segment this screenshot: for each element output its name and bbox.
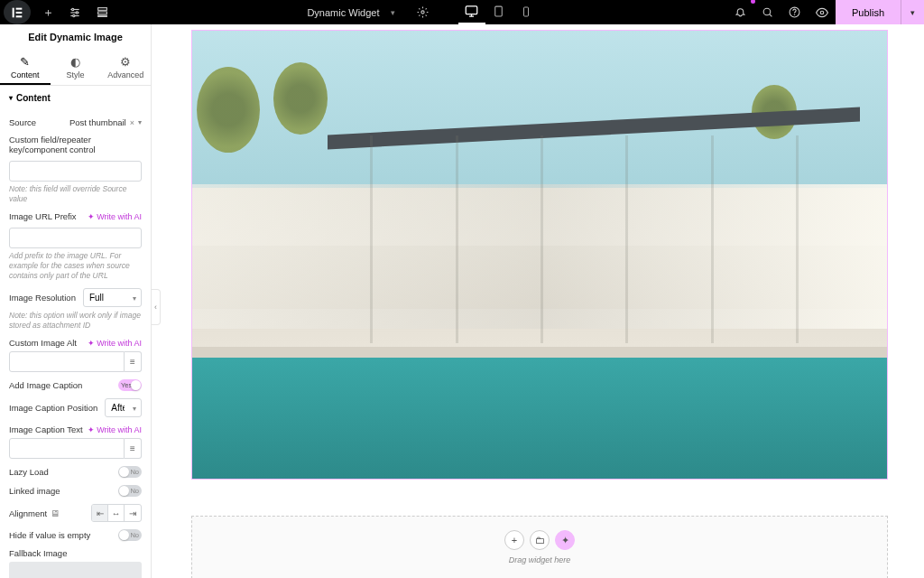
svg-point-22: [795, 14, 796, 15]
url-prefix-input[interactable]: [9, 228, 142, 248]
lazy-load-toggle[interactable]: No: [118, 466, 142, 478]
droplet-icon: ◐: [51, 55, 101, 69]
fallback-image-picker[interactable]: +: [9, 562, 142, 578]
add-caption-toggle[interactable]: Yes: [118, 379, 142, 391]
toggle-knob: [119, 486, 129, 496]
ai-write-link[interactable]: Write with AI: [88, 212, 142, 221]
preview-canvas: + 🗀 ✦ Drag widget here: [152, 24, 924, 578]
decorative-columns: [328, 135, 860, 343]
plus-icon: +: [512, 535, 517, 545]
tab-style[interactable]: ◐ Style: [51, 50, 101, 85]
publish-button[interactable]: Publish: [836, 0, 901, 24]
device-tablet-button[interactable]: [485, 0, 513, 24]
align-left-button[interactable]: ⇤: [92, 505, 108, 521]
add-template-button[interactable]: 🗀: [530, 530, 550, 550]
page-settings-button[interactable]: [410, 0, 437, 24]
preview-button[interactable]: [808, 0, 836, 24]
linked-image-toggle[interactable]: No: [118, 485, 142, 497]
widget-name-caret-icon[interactable]: ▾: [391, 8, 395, 17]
svg-rect-0: [13, 7, 14, 17]
resolution-label: Image Resolution: [9, 293, 76, 303]
help-button[interactable]: [781, 0, 808, 24]
dynamic-tags-button[interactable]: ≡: [125, 351, 142, 372]
site-settings-button[interactable]: [61, 0, 88, 24]
svg-point-7: [72, 8, 74, 10]
custom-field-input[interactable]: [9, 161, 142, 182]
ai-add-button[interactable]: ✦: [555, 530, 575, 550]
svg-rect-18: [523, 7, 528, 16]
ai-write-link[interactable]: Write with AI: [88, 425, 142, 434]
section-content-header[interactable]: ▾ Content: [0, 86, 151, 110]
align-right-button[interactable]: ⇥: [125, 505, 141, 521]
caret-down-icon: ▾: [9, 94, 13, 102]
publish-options-button[interactable]: ▾: [901, 0, 924, 24]
svg-rect-17: [495, 6, 503, 16]
caption-position-label: Image Caption Position: [9, 403, 97, 413]
source-value-select[interactable]: Post thumbnail × ▾: [69, 117, 142, 127]
svg-point-13: [421, 11, 424, 14]
widget-dropzone[interactable]: + 🗀 ✦ Drag widget here: [191, 516, 888, 578]
svg-rect-14: [466, 6, 477, 14]
tab-advanced[interactable]: ⚙ Advanced: [100, 50, 151, 85]
toggle-knob: [119, 530, 129, 540]
top-bar: ＋ Dynamic Widget ▾: [0, 0, 924, 24]
tab-content[interactable]: ✎ Content: [0, 50, 51, 85]
source-label: Source: [9, 117, 36, 127]
toggle-knob: [131, 380, 141, 390]
url-prefix-note: Add prefix to the image URL. For example…: [9, 251, 142, 281]
caption-text-input[interactable]: [9, 438, 125, 459]
device-desktop-button[interactable]: [458, 0, 485, 24]
decorative-edge: [192, 347, 887, 358]
svg-point-9: [73, 14, 75, 16]
custom-field-note: Note: this field will override Source va…: [9, 184, 142, 204]
dropzone-text: Drag widget here: [509, 555, 571, 564]
hide-empty-label: Hide if value is empty: [9, 530, 90, 540]
linked-image-label: Linked image: [9, 486, 60, 496]
notifications-button[interactable]: [727, 0, 754, 24]
chevron-down-icon: ▾: [910, 8, 915, 17]
svg-point-19: [764, 8, 772, 15]
gear-icon: ⚙: [100, 55, 151, 69]
panel-tabs: ✎ Content ◐ Style ⚙ Advanced: [0, 50, 151, 86]
responsive-icon[interactable]: 🖥: [51, 508, 60, 518]
align-center-button[interactable]: ↔: [108, 505, 125, 521]
elementor-logo[interactable]: [4, 0, 31, 24]
pencil-icon: ✎: [0, 55, 51, 69]
add-widget-button[interactable]: +: [504, 530, 524, 550]
url-prefix-label: Image URL Prefix: [9, 211, 77, 221]
database-icon: ≡: [130, 443, 135, 453]
caption-text-label: Image Caption Text: [9, 424, 83, 434]
svg-rect-12: [97, 15, 106, 16]
svg-point-23: [820, 11, 824, 14]
toggle-knob: [119, 467, 129, 477]
decorative-tree: [273, 62, 328, 135]
ai-write-link[interactable]: Write with AI: [88, 339, 142, 348]
folder-icon: 🗀: [535, 535, 545, 545]
custom-field-label: Custom field/repeater key/component cont…: [9, 135, 142, 154]
sparkle-icon: ✦: [561, 535, 569, 546]
svg-line-20: [770, 14, 772, 17]
panel-title: Edit Dynamic Image: [0, 24, 151, 50]
custom-alt-input[interactable]: [9, 351, 125, 372]
resolution-note: Note: this option will work only if imag…: [9, 311, 142, 331]
decorative-tree: [197, 67, 260, 153]
dynamic-image-widget[interactable]: [191, 30, 888, 480]
add-element-button[interactable]: ＋: [34, 0, 61, 24]
structure-button[interactable]: [88, 0, 116, 24]
alignment-buttons: ⇤ ↔ ⇥: [91, 504, 142, 522]
resolution-select[interactable]: Full: [83, 288, 142, 307]
hide-empty-toggle[interactable]: No: [118, 529, 142, 541]
clear-source-icon[interactable]: ×: [130, 118, 134, 127]
widget-name-label: Dynamic Widget: [303, 7, 383, 18]
chevron-down-icon: ▾: [138, 118, 142, 126]
sidebar-collapse-handle[interactable]: ‹: [152, 289, 161, 325]
device-mobile-button[interactable]: [513, 0, 540, 24]
svg-rect-1: [16, 7, 23, 9]
dynamic-tags-button[interactable]: ≡: [125, 438, 142, 459]
fallback-label: Fallback Image: [9, 548, 67, 558]
svg-rect-3: [16, 15, 23, 17]
svg-rect-2: [16, 12, 23, 14]
caption-position-select[interactable]: After: [105, 398, 142, 417]
finder-button[interactable]: [754, 0, 781, 24]
database-icon: ≡: [130, 357, 135, 367]
